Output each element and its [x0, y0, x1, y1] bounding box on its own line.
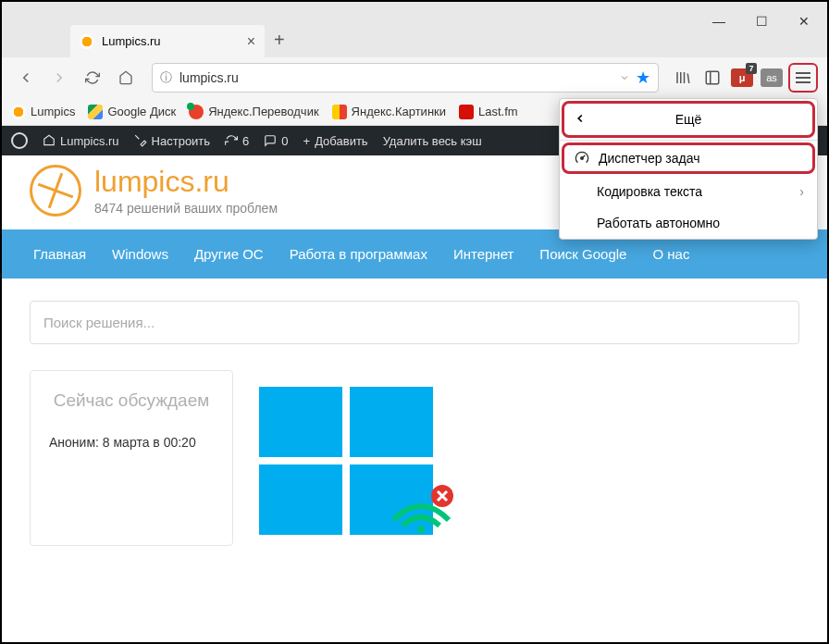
- back-button[interactable]: [11, 63, 41, 93]
- menu-back-button[interactable]: [574, 110, 587, 130]
- browser-toolbar: ⓘ lumpics.ru ★ μ7 as: [2, 57, 827, 98]
- tab-close-icon[interactable]: ×: [247, 33, 255, 50]
- bookmark-yandex-translate[interactable]: Яндекс.Переводчик: [189, 105, 318, 119]
- search-input[interactable]: Поиск решения...: [30, 301, 799, 344]
- tab-favicon: [80, 34, 94, 49]
- site-info-icon[interactable]: ⓘ: [160, 69, 172, 86]
- discussion-card: Сейчас обсуждаем Аноним: 8 марта в 00:20: [30, 370, 233, 546]
- article-thumbnail[interactable]: [259, 370, 453, 546]
- lastfm-icon: [459, 105, 474, 119]
- minimize-button[interactable]: —: [698, 4, 740, 39]
- maximize-button[interactable]: ☐: [740, 4, 783, 39]
- reload-button[interactable]: [78, 63, 107, 93]
- svg-point-2: [417, 526, 425, 533]
- site-logo-icon: [30, 165, 81, 217]
- wp-site-link[interactable]: Lumpics.ru: [43, 134, 119, 148]
- menu-separator: [560, 140, 817, 141]
- dropdown-icon[interactable]: [619, 72, 630, 83]
- gauge-icon: [575, 151, 589, 166]
- nav-internet[interactable]: Интернет: [440, 229, 526, 279]
- wp-logo[interactable]: [11, 132, 28, 149]
- site-subtitle: 8474 решений ваших проблем: [94, 201, 278, 216]
- bookmark-gdrive[interactable]: Google Диск: [88, 105, 176, 119]
- window-controls: — ☐ ✕: [698, 4, 825, 39]
- plus-icon: +: [303, 134, 311, 148]
- wp-add-new[interactable]: +Добавить: [303, 134, 368, 148]
- wp-clear-cache[interactable]: Удалить весь кэш: [383, 134, 482, 148]
- menu-button[interactable]: [788, 63, 818, 93]
- url-text: lumpics.ru: [179, 70, 619, 85]
- wp-customize[interactable]: Настроить: [134, 134, 211, 148]
- lumpics-icon: [11, 105, 26, 119]
- nav-programs[interactable]: Работа в программах: [277, 229, 440, 279]
- bookmark-star-icon[interactable]: ★: [636, 68, 650, 88]
- new-tab-button[interactable]: +: [274, 30, 285, 51]
- card-heading: Сейчас обсуждаем: [49, 390, 214, 413]
- card-meta: Аноним: 8 марта в 00:20: [49, 433, 214, 452]
- menu-text-encoding[interactable]: Кодировка текста ›: [560, 176, 817, 207]
- gdrive-icon: [88, 105, 103, 119]
- menu-work-offline[interactable]: Работать автономно: [560, 207, 817, 239]
- browser-tab[interactable]: Lumpics.ru ×: [70, 25, 265, 57]
- badge-count: 7: [746, 63, 757, 74]
- site-title: lumpics.ru: [94, 165, 278, 199]
- wordpress-icon: [11, 132, 28, 149]
- svg-rect-0: [706, 71, 719, 84]
- refresh-icon: [225, 134, 238, 147]
- brush-icon: [134, 134, 147, 147]
- bookmark-yandex-images[interactable]: Яндекс.Картинки: [332, 105, 446, 119]
- url-bar[interactable]: ⓘ lumpics.ru ★: [152, 63, 659, 93]
- tab-title: Lumpics.ru: [102, 34, 161, 48]
- bookmark-lastfm[interactable]: Last.fm: [459, 105, 518, 119]
- bookmark-lumpics[interactable]: Lumpics: [11, 105, 75, 119]
- svg-point-4: [581, 157, 584, 160]
- menu-task-manager[interactable]: Диспетчер задач: [562, 142, 815, 174]
- chevron-right-icon: ›: [799, 184, 804, 199]
- comment-icon: [264, 134, 277, 147]
- app-menu-popup: Ещё Диспетчер задач Кодировка текста › Р…: [559, 98, 818, 240]
- lastfm-ext-icon[interactable]: as: [759, 65, 785, 91]
- sidebar-icon[interactable]: [699, 65, 725, 91]
- library-icon[interactable]: [670, 65, 696, 91]
- menu-title: Ещё: [675, 112, 702, 127]
- wp-updates[interactable]: 6: [225, 134, 249, 148]
- nav-windows[interactable]: Windows: [99, 229, 181, 279]
- close-button[interactable]: ✕: [783, 4, 825, 39]
- home-button[interactable]: [111, 63, 141, 93]
- menu-header: Ещё: [562, 101, 815, 138]
- nav-home[interactable]: Главная: [20, 229, 99, 279]
- titlebar: Lumpics.ru × + — ☐ ✕: [2, 2, 827, 57]
- yandex-img-icon: [332, 105, 347, 119]
- ublock-icon[interactable]: μ7: [729, 65, 755, 91]
- forward-button[interactable]: [44, 63, 74, 93]
- wp-comments[interactable]: 0: [264, 134, 288, 148]
- yandex-icon: [189, 105, 204, 119]
- wifi-error-icon: [389, 483, 453, 533]
- home-icon: [43, 134, 56, 147]
- nav-other-os[interactable]: Другие ОС: [181, 229, 277, 279]
